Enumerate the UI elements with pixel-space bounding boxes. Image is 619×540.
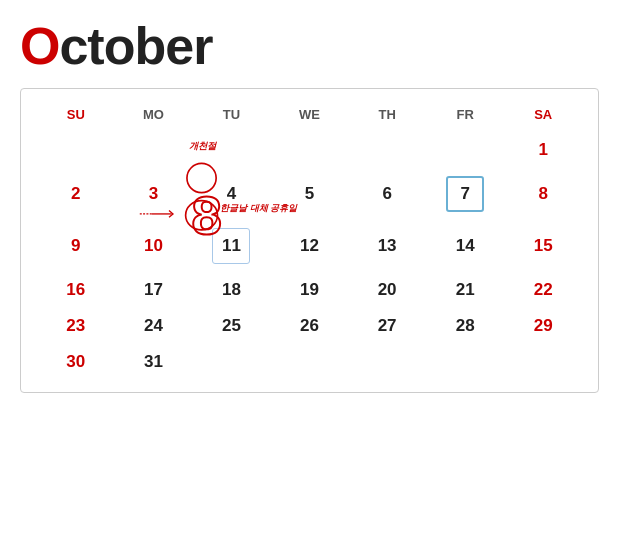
day-empty xyxy=(271,132,349,168)
day-2: 2 xyxy=(37,168,115,220)
day-6: 6 xyxy=(348,168,426,220)
day-7: 7 xyxy=(426,168,504,220)
day-19: 19 xyxy=(271,272,349,308)
day-21: 21 xyxy=(426,272,504,308)
page-container: October SU MO TU WE TH FR SA xyxy=(0,0,619,403)
day-14: 14 xyxy=(426,220,504,272)
calendar-wrapper: SU MO TU WE TH FR SA xyxy=(20,88,599,393)
table-row: 23 24 25 26 27 28 29 xyxy=(37,308,582,344)
day-empty xyxy=(192,344,270,380)
day-1: 1 xyxy=(504,132,582,168)
day-8: 8 xyxy=(504,168,582,220)
month-first-letter: O xyxy=(20,17,59,75)
day-31: 31 xyxy=(115,344,193,380)
day-10: 10 xyxy=(115,220,193,272)
month-rest: ctober xyxy=(59,17,212,75)
day-empty xyxy=(504,344,582,380)
day-12: 12 xyxy=(271,220,349,272)
header-fr: FR xyxy=(426,101,504,132)
table-row: 16 17 18 19 20 21 22 xyxy=(37,272,582,308)
table-row: 2 3 4 5 6 7 8 xyxy=(37,168,582,220)
table-row: 9 10 11 12 13 14 15 xyxy=(37,220,582,272)
day-23: 23 xyxy=(37,308,115,344)
table-row: 1 xyxy=(37,132,582,168)
table-row: 30 31 xyxy=(37,344,582,380)
calendar-area: SU MO TU WE TH FR SA xyxy=(37,101,582,380)
header-th: TH xyxy=(348,101,426,132)
day-3: 3 xyxy=(115,168,193,220)
day-29: 29 xyxy=(504,308,582,344)
day-empty xyxy=(37,132,115,168)
day-25: 25 xyxy=(192,308,270,344)
day-24: 24 xyxy=(115,308,193,344)
day-20: 20 xyxy=(348,272,426,308)
day-28: 28 xyxy=(426,308,504,344)
day-9: 9 xyxy=(37,220,115,272)
day-30: 30 xyxy=(37,344,115,380)
day-4: 4 xyxy=(192,168,270,220)
day-15: 15 xyxy=(504,220,582,272)
day-18: 18 xyxy=(192,272,270,308)
day-13: 13 xyxy=(348,220,426,272)
day-empty xyxy=(426,344,504,380)
day-5: 5 xyxy=(271,168,349,220)
day-empty xyxy=(348,344,426,380)
day-empty xyxy=(348,132,426,168)
day-22: 22 xyxy=(504,272,582,308)
day-27: 27 xyxy=(348,308,426,344)
header-we: WE xyxy=(271,101,349,132)
day-empty xyxy=(192,132,270,168)
header-tu: TU xyxy=(192,101,270,132)
day-17: 17 xyxy=(115,272,193,308)
day-11-box: 11 xyxy=(212,228,250,264)
day-empty xyxy=(115,132,193,168)
day-empty xyxy=(271,344,349,380)
day-26: 26 xyxy=(271,308,349,344)
calendar-table: SU MO TU WE TH FR SA xyxy=(37,101,582,380)
day-11: 11 xyxy=(192,220,270,272)
day-7-box: 7 xyxy=(446,176,484,212)
header-sat: SA xyxy=(504,101,582,132)
day-empty xyxy=(426,132,504,168)
header-mo: MO xyxy=(115,101,193,132)
day-16: 16 xyxy=(37,272,115,308)
month-title: October xyxy=(20,20,599,72)
header-sun: SU xyxy=(37,101,115,132)
